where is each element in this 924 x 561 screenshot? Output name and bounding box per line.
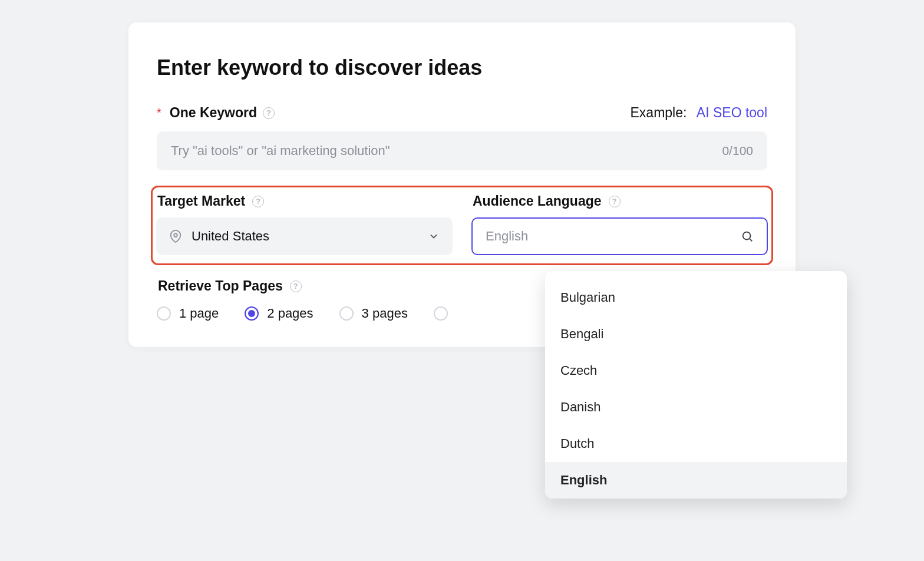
example-label: Example: (631, 105, 687, 120)
svg-line-2 (750, 239, 752, 241)
radio-icon (157, 306, 171, 321)
audience-language-select[interactable]: English (471, 217, 768, 255)
retrieve-option-1page[interactable]: 1 page (157, 306, 219, 321)
radio-label: 1 page (179, 306, 219, 321)
radio-label: 3 pages (362, 306, 408, 321)
target-market-select[interactable]: United States (156, 217, 453, 255)
audience-language-value: English (486, 229, 731, 244)
target-market-col: Target Market ? United States (156, 193, 453, 255)
example-link[interactable]: AI SEO tool (697, 105, 767, 120)
help-icon[interactable]: ? (263, 107, 275, 119)
location-pin-icon (169, 230, 182, 243)
page-title: Enter keyword to discover ideas (157, 55, 767, 80)
help-icon[interactable]: ? (252, 196, 264, 207)
highlighted-section: Target Market ? United States Audience L… (151, 186, 773, 265)
svg-point-0 (174, 233, 177, 237)
required-asterisk: * (157, 106, 161, 120)
radio-icon (245, 306, 259, 321)
keyword-counter: 0/100 (722, 144, 753, 158)
audience-language-label: Audience Language (473, 193, 602, 209)
language-option-czech[interactable]: Czech (545, 352, 847, 389)
help-icon[interactable]: ? (609, 196, 621, 207)
svg-point-1 (743, 232, 751, 240)
language-option-bengali[interactable]: Bengali (545, 316, 847, 352)
radio-icon (339, 306, 354, 321)
language-option-bulgarian[interactable]: Bulgarian (545, 279, 847, 316)
radio-label: 2 pages (267, 306, 313, 321)
keyword-input[interactable] (171, 143, 722, 159)
audience-language-col: Audience Language ? English (471, 193, 768, 255)
keyword-header-row: * One Keyword ? Example: AI SEO tool (157, 105, 767, 121)
search-icon (741, 230, 754, 243)
language-option-dutch[interactable]: Dutch (545, 425, 847, 462)
retrieve-option-3pages[interactable]: 3 pages (339, 306, 408, 321)
language-option-english[interactable]: English (545, 462, 847, 499)
target-market-label: Target Market (157, 193, 245, 209)
help-icon[interactable]: ? (290, 280, 302, 292)
retrieve-label: Retrieve Top Pages (158, 278, 283, 294)
chevron-down-icon (428, 230, 440, 242)
keyword-label: One Keyword (170, 105, 257, 121)
example-group: Example: AI SEO tool (631, 105, 768, 121)
keyword-label-group: * One Keyword ? (157, 105, 275, 121)
target-market-value: United States (192, 229, 418, 244)
keyword-form-card: Enter keyword to discover ideas * One Ke… (128, 22, 796, 347)
language-option-danish[interactable]: Danish (545, 389, 847, 425)
keyword-input-wrap: 0/100 (157, 131, 767, 170)
language-dropdown: Bulgarian Bengali Czech Danish Dutch Eng… (545, 271, 847, 499)
retrieve-option-2pages[interactable]: 2 pages (245, 306, 313, 321)
audience-language-label-row: Audience Language ? (471, 193, 768, 209)
retrieve-option-hidden[interactable] (434, 306, 448, 321)
target-market-label-row: Target Market ? (156, 193, 453, 209)
radio-icon (434, 306, 448, 321)
